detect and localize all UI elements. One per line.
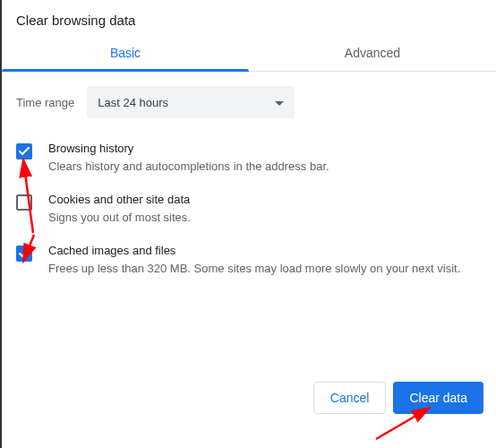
option-title: Browsing history (48, 142, 482, 155)
option-body: Cookies and other site dataSigns you out… (48, 193, 482, 226)
option-row-browsing-history: Browsing historyClears history and autoc… (16, 133, 482, 184)
options-list: Browsing historyClears history and autoc… (2, 125, 496, 287)
dialog-title: Clear browsing data (2, 0, 496, 37)
option-title: Cached images and files (48, 244, 482, 257)
clear-data-button[interactable]: Clear data (393, 382, 483, 414)
dialog-footer: Cancel Clear data (313, 382, 483, 414)
option-body: Cached images and filesFrees up less tha… (48, 244, 482, 277)
option-body: Browsing historyClears history and autoc… (48, 142, 482, 175)
time-range-select[interactable]: Last 24 hours (87, 86, 295, 118)
checkbox-browsing-history[interactable] (16, 143, 32, 159)
chevron-down-icon (275, 96, 284, 109)
option-row-cookies: Cookies and other site dataSigns you out… (16, 184, 482, 235)
tabs: Basic Advanced (2, 37, 496, 72)
cancel-button[interactable]: Cancel (313, 382, 387, 414)
checkbox-cookies[interactable] (16, 194, 32, 211)
option-row-cache: Cached images and filesFrees up less tha… (16, 235, 482, 286)
tab-basic[interactable]: Basic (2, 37, 249, 71)
option-description: Frees up less than 320 MB. Some sites ma… (48, 261, 482, 277)
option-title: Cookies and other site data (48, 193, 482, 206)
option-description: Signs you out of most sites. (48, 210, 482, 226)
checkbox-cache[interactable] (16, 246, 32, 262)
time-range-row: Time range Last 24 hours (2, 72, 496, 125)
option-description: Clears history and autocompletions in th… (48, 159, 482, 175)
tab-advanced[interactable]: Advanced (249, 37, 496, 71)
time-range-label: Time range (16, 96, 74, 109)
time-range-value: Last 24 hours (98, 96, 168, 109)
